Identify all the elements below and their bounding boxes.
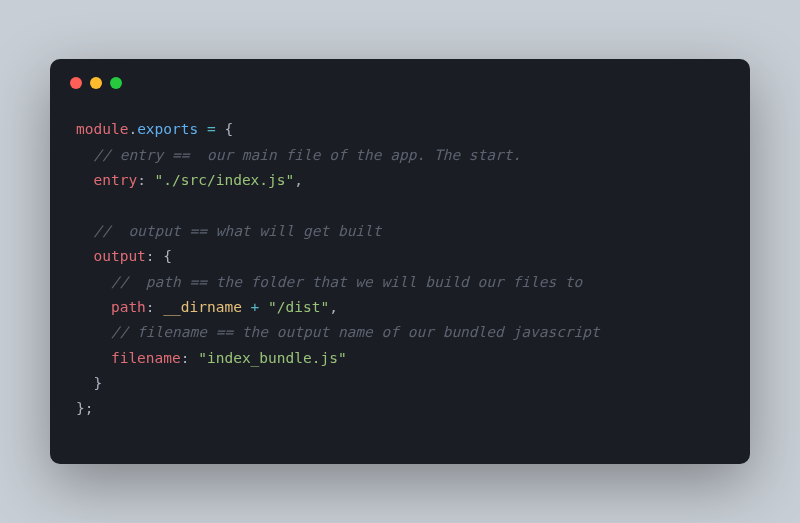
token-dot: . xyxy=(128,121,137,137)
minimize-icon[interactable] xyxy=(90,77,102,89)
token-brace: { xyxy=(163,248,172,264)
token-comma: , xyxy=(294,172,303,188)
token-key: filename xyxy=(111,350,181,366)
token-string: "index_bundle.js" xyxy=(198,350,346,366)
token-comma: , xyxy=(329,299,338,315)
token-indent xyxy=(76,299,111,315)
token-module: module xyxy=(76,121,128,137)
code-line: // output == what will get built xyxy=(76,223,382,239)
token-brace: }; xyxy=(76,400,93,416)
token-key: path xyxy=(111,299,146,315)
token-comment: // entry == our main file of the app. Th… xyxy=(93,147,521,163)
code-line: // entry == our main file of the app. Th… xyxy=(76,147,521,163)
token-dirname: __dirname xyxy=(163,299,242,315)
code-window: module.exports = { // entry == our main … xyxy=(50,59,750,464)
code-line: filename: "index_bundle.js" xyxy=(76,350,347,366)
token-plus: + xyxy=(242,299,268,315)
code-line: // filename == the output name of our bu… xyxy=(76,324,600,340)
token-indent xyxy=(76,248,93,264)
token-comment: // filename == the output name of our bu… xyxy=(111,324,600,340)
token-comment: // path == the folder that we will build… xyxy=(111,274,582,290)
maximize-icon[interactable] xyxy=(110,77,122,89)
code-line: // path == the folder that we will build… xyxy=(76,274,582,290)
token-colon: : xyxy=(146,248,163,264)
token-equals: = xyxy=(198,121,224,137)
token-indent xyxy=(76,274,111,290)
code-line: module.exports = { xyxy=(76,121,233,137)
token-string: "./src/index.js" xyxy=(155,172,295,188)
token-indent xyxy=(76,172,93,188)
token-brace: { xyxy=(224,121,233,137)
token-exports: exports xyxy=(137,121,198,137)
code-line: path: __dirname + "/dist", xyxy=(76,299,338,315)
token-indent xyxy=(76,324,111,340)
code-line: entry: "./src/index.js", xyxy=(76,172,303,188)
token-colon: : xyxy=(181,350,198,366)
code-line: output: { xyxy=(76,248,172,264)
token-key: entry xyxy=(93,172,137,188)
token-indent xyxy=(76,375,93,391)
token-colon: : xyxy=(137,172,154,188)
code-line: } xyxy=(76,375,102,391)
titlebar xyxy=(50,59,750,97)
token-indent xyxy=(76,350,111,366)
token-indent xyxy=(76,147,93,163)
token-indent xyxy=(76,223,93,239)
code-block: module.exports = { // entry == our main … xyxy=(50,97,750,432)
close-icon[interactable] xyxy=(70,77,82,89)
token-key: output xyxy=(93,248,145,264)
token-colon: : xyxy=(146,299,163,315)
token-brace: } xyxy=(93,375,102,391)
code-line: }; xyxy=(76,400,93,416)
token-comment: // output == what will get built xyxy=(93,223,381,239)
token-string: "/dist" xyxy=(268,299,329,315)
